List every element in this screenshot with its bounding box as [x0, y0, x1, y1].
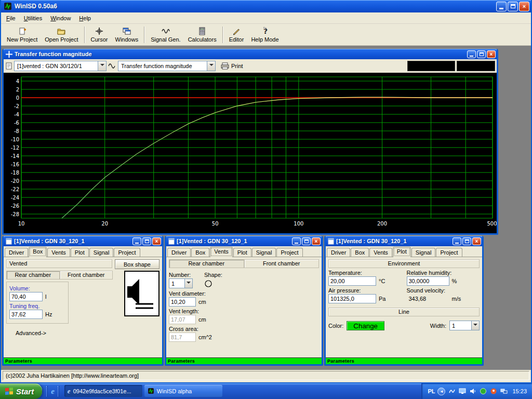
messenger-icon[interactable] — [489, 388, 497, 395]
taskbar-task-winisd[interactable]: WinISD alpha — [144, 385, 222, 397]
tab-signal[interactable]: Signal — [411, 248, 436, 257]
rear-chamber-tab[interactable]: Rear chamber — [6, 271, 60, 280]
dropdown-arrow-icon[interactable] — [184, 279, 192, 288]
parameters-bar[interactable]: Parameters — [166, 357, 322, 364]
quick-launch-handle[interactable] — [58, 386, 59, 396]
tab-driver[interactable]: Driver — [167, 248, 191, 257]
close-button[interactable]: × — [519, 2, 529, 11]
air-pressure-unit: Pa — [379, 296, 385, 302]
language-indicator[interactable]: PL — [428, 388, 435, 394]
front-chamber-tab[interactable]: Front chamber — [60, 271, 113, 280]
tab-vents[interactable]: Vents — [47, 248, 70, 257]
tab-box[interactable]: Box — [191, 248, 209, 257]
menu-file[interactable]: File — [2, 14, 20, 23]
vent-shape-circle-icon[interactable] — [204, 280, 212, 288]
vent-length-input[interactable] — [169, 315, 196, 324]
calculators-button[interactable]: Calculators — [184, 25, 220, 45]
minimize-button[interactable] — [453, 237, 461, 245]
tab-project[interactable]: Project — [276, 248, 302, 257]
minimize-button[interactable] — [292, 237, 301, 245]
minimize-button[interactable] — [467, 50, 476, 58]
dropdown-arrow-icon[interactable] — [98, 61, 106, 71]
maximize-button[interactable] — [142, 237, 151, 245]
antivirus-icon[interactable] — [479, 388, 487, 395]
network-icon[interactable] — [500, 388, 508, 395]
quick-launch-handle[interactable] — [46, 386, 48, 396]
tray-chevron-icon[interactable]: ◂ — [437, 388, 445, 395]
start-button[interactable]: Start — [0, 383, 42, 399]
open-project-button[interactable]: Open Project — [41, 25, 82, 45]
maximize-button[interactable] — [302, 237, 311, 245]
dropdown-arrow-icon[interactable] — [207, 61, 215, 71]
volume-icon[interactable] — [469, 388, 476, 395]
print-button[interactable]: Print — [217, 60, 247, 72]
tab-signal[interactable]: Signal — [252, 248, 276, 257]
close-button[interactable]: × — [472, 237, 481, 245]
front-chamber-tab[interactable]: Front chamber — [244, 259, 320, 268]
menu-window[interactable]: Window — [46, 14, 75, 23]
plot-settings-titlebar[interactable]: [1]Vented : GDN 30_120_1 × — [326, 236, 482, 246]
tab-driver[interactable]: Driver — [5, 248, 28, 257]
plot-window-titlebar[interactable]: Transfer function magnitude × — [4, 49, 497, 59]
maximize-button[interactable] — [477, 50, 486, 58]
vents-window-titlebar[interactable]: [1]Vented : GDN 30_120_1 × — [166, 236, 322, 246]
input-method-icon[interactable] — [448, 388, 456, 395]
windows-button[interactable]: Windows — [112, 25, 142, 45]
tab-plot[interactable]: Plot — [233, 248, 251, 257]
minimize-button[interactable] — [132, 237, 141, 245]
relative-humidity-input[interactable] — [407, 276, 449, 286]
taskbar-task-browser[interactable]: e 0942e9fdac5ce3f01e... — [64, 385, 142, 397]
tab-box[interactable]: Box — [351, 248, 369, 257]
box-window-titlebar[interactable]: [1]Vented : GDN 30_120_1 × — [4, 236, 162, 246]
new-project-button[interactable]: New Project — [3, 25, 41, 45]
tab-box[interactable]: Box — [29, 247, 47, 257]
line-width-select[interactable]: 1 — [449, 321, 480, 330]
quick-launch-area: e — [42, 383, 63, 399]
internet-explorer-icon[interactable]: e — [51, 387, 55, 396]
rear-chamber-tab[interactable]: Rear chamber — [169, 259, 244, 268]
help-mode-button[interactable]: ? Help Mode — [247, 25, 282, 45]
minimize-button[interactable] — [496, 2, 507, 11]
dropdown-arrow-icon[interactable] — [471, 321, 479, 330]
tab-vents[interactable]: Vents — [210, 247, 233, 257]
windows-icon — [123, 27, 131, 35]
winisd-task-icon — [148, 388, 154, 394]
tab-plot[interactable]: Plot — [71, 248, 89, 257]
air-pressure-input[interactable] — [328, 294, 376, 303]
menu-utilities[interactable]: Utilities — [20, 14, 46, 23]
transfer-function-chart[interactable]: 420-2-4-6-8-10-12-14-16-18-20-22-24-26-2… — [4, 73, 497, 232]
display-settings-icon[interactable] — [458, 388, 466, 395]
maximize-button[interactable] — [508, 2, 518, 11]
plot-window-title: Transfer function magnitude — [15, 51, 467, 57]
editor-button[interactable]: Editor — [225, 25, 248, 45]
tab-project[interactable]: Project — [114, 248, 140, 257]
clock[interactable]: 15:23 — [512, 388, 527, 394]
tuning-freq-input[interactable] — [9, 310, 43, 319]
volume-input[interactable] — [9, 292, 43, 301]
advanced-link[interactable]: Advanced-> — [16, 330, 46, 336]
signal-gen-button[interactable]: Signal Gen. — [147, 25, 184, 45]
maximize-button[interactable] — [462, 237, 471, 245]
project-selector[interactable]: [1]vented : GDN 30/120/1 — [14, 61, 107, 71]
vent-diameter-input[interactable] — [169, 297, 196, 307]
line-color-change-button[interactable]: Change — [347, 321, 384, 330]
box-shape-button[interactable]: Box shape — [115, 259, 159, 269]
menu-help[interactable]: Help — [75, 14, 95, 23]
main-titlebar[interactable]: WinISD 0.50a6 × — [1, 0, 531, 12]
tab-project[interactable]: Project — [436, 248, 462, 257]
parameters-bar[interactable]: Parameters — [4, 357, 162, 364]
temperature-input[interactable] — [328, 276, 376, 286]
vent-number-select[interactable]: 1 — [169, 278, 193, 288]
close-button[interactable]: × — [487, 50, 496, 58]
close-button[interactable]: × — [152, 237, 161, 245]
parameters-bar[interactable]: Parameters — [326, 357, 482, 364]
cursor-button[interactable]: Cursor — [87, 25, 112, 45]
tab-plot[interactable]: Plot — [393, 247, 411, 257]
close-button[interactable]: × — [312, 237, 321, 245]
tab-signal[interactable]: Signal — [89, 248, 114, 257]
tab-vents[interactable]: Vents — [369, 248, 392, 257]
cross-area-input[interactable] — [169, 332, 196, 342]
chart-area[interactable]: 420-2-4-6-8-10-12-14-16-18-20-22-24-26-2… — [4, 73, 497, 233]
tab-driver[interactable]: Driver — [327, 248, 350, 257]
graph-selector[interactable]: Transfer function magnitude — [118, 61, 216, 71]
